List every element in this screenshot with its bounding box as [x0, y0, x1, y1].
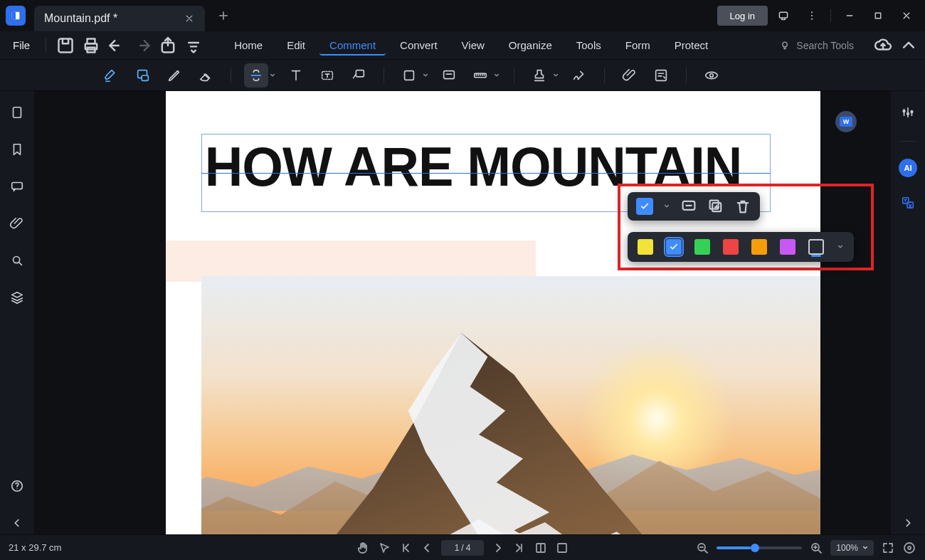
document-canvas[interactable]: HOW ARE MOUNTAINS FORMED? W: [34, 91, 891, 534]
comments-panel-icon[interactable]: [6, 175, 28, 198]
zoom-level-select[interactable]: 100%: [830, 540, 874, 556]
properties-icon[interactable]: [897, 101, 919, 124]
line-style-picker[interactable]: [808, 239, 824, 255]
menu-form[interactable]: Form: [615, 35, 660, 56]
color-swatch-purple[interactable]: [780, 239, 796, 255]
pencil-tool-icon[interactable]: [162, 63, 186, 88]
comment-list-tool-icon[interactable]: [649, 63, 673, 88]
keep-tool-selected-toggle[interactable]: [636, 198, 653, 215]
cloud-upload-icon[interactable]: [872, 35, 894, 56]
note-tool-icon[interactable]: [437, 63, 461, 88]
login-button[interactable]: Log in: [717, 6, 768, 26]
menu-organize[interactable]: Organize: [499, 35, 562, 56]
fullscreen-icon[interactable]: [881, 541, 895, 555]
menu-file[interactable]: File: [6, 35, 37, 56]
hide-comments-icon[interactable]: [699, 63, 724, 88]
line-style-dropdown-icon[interactable]: [837, 244, 844, 250]
copy-annotation-icon[interactable]: [707, 198, 724, 215]
area-highlight-tool-icon[interactable]: [131, 63, 155, 88]
document-tab[interactable]: Mountain.pdf *: [34, 6, 205, 31]
color-swatch-red[interactable]: [723, 239, 739, 255]
shape-tool-icon[interactable]: [397, 63, 421, 88]
collapse-left-icon[interactable]: [6, 512, 28, 534]
page-headline: HOW ARE MOUNTAINS FORMED?: [202, 134, 741, 199]
strikethrough-dropdown-icon[interactable]: [268, 73, 277, 78]
attachments-panel-icon[interactable]: [6, 212, 28, 235]
color-swatch-green[interactable]: [694, 239, 710, 255]
next-page-icon[interactable]: [491, 541, 505, 555]
zoom-in-icon[interactable]: [809, 541, 823, 555]
quick-access-dropdown-icon[interactable]: [183, 35, 204, 56]
window-minimize-icon[interactable]: [837, 6, 862, 26]
eraser-tool-icon[interactable]: [194, 63, 218, 88]
convert-to-word-button[interactable]: W: [835, 111, 857, 132]
statusbar: 21 x 29.7 cm 1 /4 100%: [0, 534, 925, 560]
save-icon[interactable]: [55, 35, 76, 56]
measure-tool-icon[interactable]: [468, 63, 492, 88]
print-icon[interactable]: [80, 35, 102, 56]
window-maximize-icon[interactable]: [865, 6, 891, 26]
menu-comment[interactable]: Comment: [319, 35, 386, 56]
shape-dropdown-icon[interactable]: [421, 73, 430, 78]
zoom-slider[interactable]: [717, 546, 802, 549]
highlight-tool-icon[interactable]: [100, 63, 124, 88]
menu-convert[interactable]: Convert: [390, 35, 448, 56]
share-icon[interactable]: [157, 35, 179, 56]
svg-rect-18: [444, 70, 455, 78]
stamp-dropdown-icon[interactable]: [551, 73, 560, 78]
menu-protect[interactable]: Protect: [665, 35, 719, 56]
measure-dropdown-icon[interactable]: [492, 73, 501, 78]
help-icon[interactable]: [6, 475, 28, 497]
color-swatch-yellow[interactable]: [638, 239, 653, 255]
translate-icon[interactable]: [897, 191, 919, 214]
search-panel-icon[interactable]: [6, 249, 28, 272]
close-tab-icon[interactable]: [184, 13, 195, 24]
hand-tool-icon[interactable]: [356, 541, 370, 555]
prev-page-icon[interactable]: [420, 541, 434, 555]
keep-tool-dropdown-icon[interactable]: [663, 204, 670, 209]
strikethrough-tool-icon[interactable]: [244, 63, 268, 88]
color-swatch-orange[interactable]: [751, 239, 767, 255]
delete-annotation-icon[interactable]: [734, 198, 751, 215]
svg-rect-17: [405, 70, 414, 80]
pdf-page: HOW ARE MOUNTAINS FORMED?: [166, 91, 820, 534]
main-area: HOW ARE MOUNTAINS FORMED? W: [0, 91, 925, 534]
bookmarks-icon[interactable]: [6, 138, 28, 161]
color-swatch-blue[interactable]: [666, 239, 682, 255]
attachment-tool-icon[interactable]: [618, 63, 642, 88]
callout-tool-icon[interactable]: [347, 63, 371, 88]
redo-icon[interactable]: [132, 35, 153, 56]
stamp-tool-icon[interactable]: [527, 63, 551, 88]
menu-view[interactable]: View: [452, 35, 495, 56]
zoom-out-icon[interactable]: [695, 541, 709, 555]
annotation-action-bar: [628, 192, 760, 221]
notification-icon[interactable]: [771, 6, 796, 26]
layers-icon[interactable]: [6, 286, 28, 309]
search-tools[interactable]: Search Tools: [779, 40, 854, 51]
fit-width-icon[interactable]: [534, 541, 548, 555]
ai-assistant-button[interactable]: AI: [899, 159, 917, 177]
window-close-icon[interactable]: [894, 6, 919, 26]
collapse-right-icon[interactable]: [897, 512, 919, 534]
add-note-icon[interactable]: [680, 198, 697, 215]
first-page-icon[interactable]: [398, 541, 413, 555]
textbox-tool-icon[interactable]: [315, 63, 339, 88]
signature-tool-icon[interactable]: [567, 63, 591, 88]
page-number-input[interactable]: 1 /4: [441, 540, 484, 556]
read-mode-icon[interactable]: [902, 541, 916, 555]
menu-edit[interactable]: Edit: [277, 35, 315, 56]
svg-rect-1: [12, 12, 16, 20]
svg-rect-6: [875, 13, 881, 19]
collapse-ribbon-icon[interactable]: [898, 35, 919, 56]
add-tab-button[interactable]: [213, 6, 233, 26]
select-tool-icon[interactable]: [377, 541, 391, 555]
thumbnails-icon[interactable]: [6, 101, 28, 124]
menu-tools[interactable]: Tools: [566, 35, 611, 56]
menu-home[interactable]: Home: [224, 35, 273, 56]
last-page-icon[interactable]: [512, 541, 527, 555]
fit-page-icon[interactable]: [555, 541, 569, 555]
undo-icon[interactable]: [106, 35, 127, 56]
kebab-menu-icon[interactable]: [799, 6, 825, 26]
text-tool-icon[interactable]: [284, 63, 308, 88]
svg-point-21: [706, 72, 718, 78]
